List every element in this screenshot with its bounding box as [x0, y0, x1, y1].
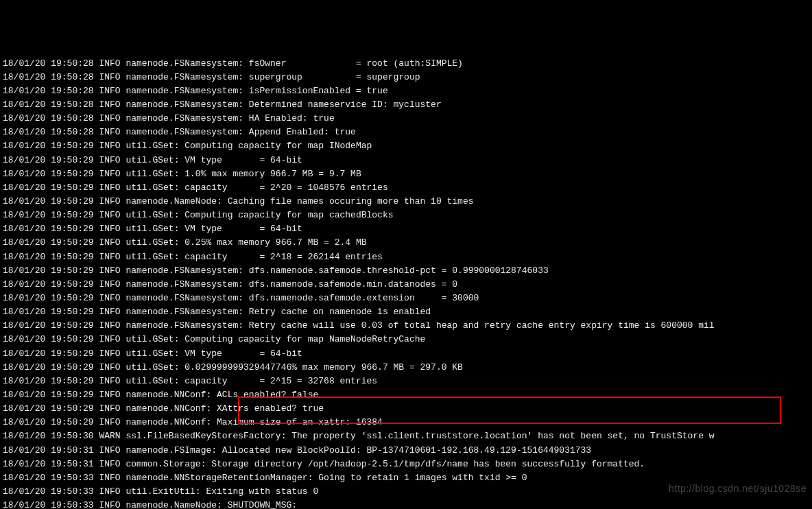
log-line: 18/01/20 19:50:29 INFO util.GSet: 0.0299… — [3, 361, 809, 375]
log-line: 18/01/20 19:50:29 INFO util.GSet: 0.25% … — [3, 236, 809, 250]
log-line: 18/01/20 19:50:29 INFO util.GSet: Comput… — [3, 209, 809, 222]
log-line: 18/01/20 19:50:29 INFO namenode.NameNode… — [3, 195, 809, 209]
log-line: 18/01/20 19:50:29 INFO util.GSet: capaci… — [3, 250, 809, 264]
log-line: 18/01/20 19:50:29 INFO util.GSet: VM typ… — [3, 154, 809, 167]
watermark-text: http://blog.csdn.net/sju1028se — [669, 482, 807, 497]
log-line: 18/01/20 19:50:28 INFO namenode.FSNamesy… — [3, 71, 809, 84]
log-line: 18/01/20 19:50:29 INFO util.GSet: VM typ… — [3, 347, 809, 361]
log-line: 18/01/20 19:50:29 INFO util.GSet: VM typ… — [3, 222, 809, 236]
log-line: 18/01/20 19:50:29 INFO namenode.FSNamesy… — [3, 319, 809, 333]
log-line: 18/01/20 19:50:29 INFO util.GSet: Comput… — [3, 333, 809, 346]
terminal-output: 18/01/20 19:50:28 INFO namenode.FSNamesy… — [3, 57, 809, 509]
log-line: 18/01/20 19:50:29 INFO namenode.FSNamesy… — [3, 264, 809, 278]
log-line: 18/01/20 19:50:28 INFO namenode.FSNamesy… — [3, 112, 809, 126]
log-line: 18/01/20 19:50:29 INFO util.GSet: capaci… — [3, 181, 809, 195]
log-line: 18/01/20 19:50:29 INFO namenode.FSNamesy… — [3, 278, 809, 292]
log-line: 18/01/20 19:50:29 INFO util.GSet: Comput… — [3, 139, 809, 153]
log-line: 18/01/20 19:50:28 INFO namenode.FSNamesy… — [3, 126, 809, 139]
log-line: 18/01/20 19:50:29 INFO namenode.NNConf: … — [3, 416, 809, 429]
log-line: 18/01/20 19:50:29 INFO namenode.NNConf: … — [3, 388, 809, 402]
log-line: 18/01/20 19:50:28 INFO namenode.FSNamesy… — [3, 84, 809, 98]
log-line: 18/01/20 19:50:29 INFO util.GSet: 1.0% m… — [3, 167, 809, 181]
log-line: 18/01/20 19:50:29 INFO util.GSet: capaci… — [3, 375, 809, 388]
log-line: 18/01/20 19:50:31 INFO namenode.FSImage:… — [3, 444, 809, 458]
log-line: 18/01/20 19:50:33 INFO namenode.NameNode… — [3, 499, 809, 509]
log-line: 18/01/20 19:50:29 INFO namenode.FSNamesy… — [3, 292, 809, 305]
log-line: 18/01/20 19:50:31 INFO common.Storage: S… — [3, 458, 809, 471]
log-line: 18/01/20 19:50:29 INFO namenode.NNConf: … — [3, 402, 809, 416]
log-line: 18/01/20 19:50:30 WARN ssl.FileBasedKeyS… — [3, 429, 809, 443]
log-line: 18/01/20 19:50:28 INFO namenode.FSNamesy… — [3, 57, 809, 71]
log-line: 18/01/20 19:50:28 INFO namenode.FSNamesy… — [3, 98, 809, 112]
log-line: 18/01/20 19:50:29 INFO namenode.FSNamesy… — [3, 305, 809, 319]
